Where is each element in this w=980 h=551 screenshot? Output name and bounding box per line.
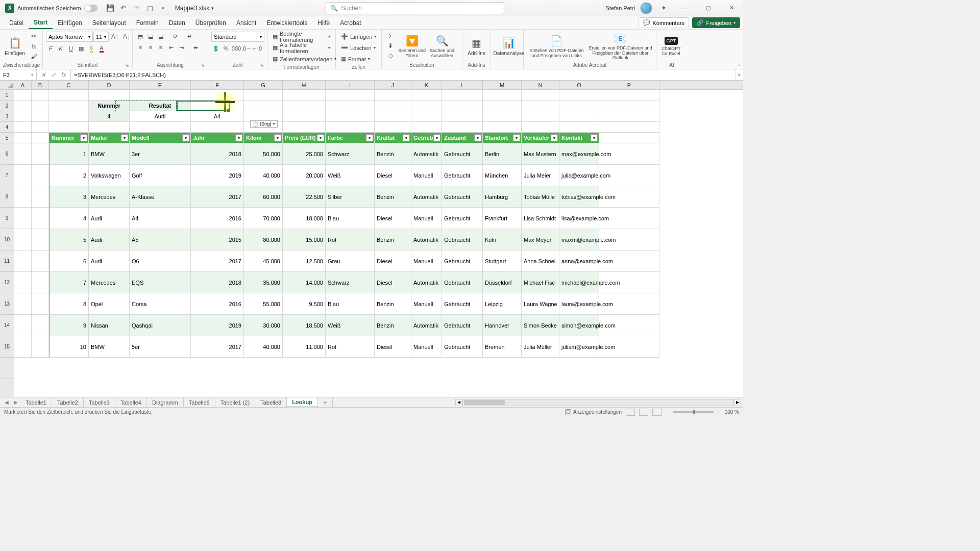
cell[interactable]: Diesel <box>375 165 411 186</box>
cell[interactable] <box>32 186 49 208</box>
formula-input[interactable]: =SVERWEIS(E3;D6:P21;2;FALSCH) <box>71 69 735 80</box>
col-header[interactable]: A <box>14 81 32 90</box>
cell[interactable]: Manuell <box>411 336 442 358</box>
increase-indent-icon[interactable]: ⇥ <box>177 43 186 52</box>
sort-filter-button[interactable]: 🔽Sortieren und Filtern <box>398 32 426 61</box>
cell[interactable] <box>32 293 49 315</box>
cell[interactable]: maxm@example.com <box>559 229 599 251</box>
cell[interactable]: Gebraucht <box>442 186 483 208</box>
cell[interactable]: 22.500 <box>283 186 326 208</box>
cell[interactable] <box>599 208 659 229</box>
cell[interactable] <box>49 122 89 133</box>
increase-font-icon[interactable]: A↑ <box>109 32 120 41</box>
cell[interactable] <box>483 101 522 111</box>
col-header[interactable]: M <box>483 81 522 90</box>
col-header[interactable]: G <box>244 81 283 90</box>
cell[interactable]: 70.000 <box>244 208 283 229</box>
cell[interactable]: 12.500 <box>283 251 326 272</box>
row-header[interactable]: 13 <box>0 293 14 315</box>
cell[interactable] <box>599 229 659 251</box>
cell[interactable] <box>14 133 32 143</box>
cell[interactable]: Volkswagen <box>89 165 130 186</box>
close-button[interactable]: ✕ <box>723 1 741 16</box>
cell[interactable]: Standort▾ <box>483 133 522 143</box>
cell[interactable]: Mercedes <box>89 272 130 293</box>
minimize-button[interactable]: — <box>676 1 694 16</box>
sheet-nav-next-icon[interactable]: ▶ <box>11 398 20 407</box>
cell[interactable]: Julia Müller <box>522 336 559 358</box>
cell[interactable]: Gebraucht <box>442 336 483 358</box>
cell[interactable]: Schwarz <box>326 272 375 293</box>
cell[interactable]: Q6 <box>130 251 191 272</box>
cell[interactable] <box>599 186 659 208</box>
row-header[interactable]: 8 <box>0 186 14 208</box>
cell[interactable]: Automatik <box>411 315 442 336</box>
filter-dropdown-icon[interactable]: ▾ <box>317 134 324 141</box>
row-header[interactable]: 2 <box>0 101 14 111</box>
cell[interactable] <box>483 90 522 101</box>
cell[interactable]: 18.000 <box>283 208 326 229</box>
sheet-tab[interactable]: Tabelle2 <box>52 397 84 408</box>
cell[interactable] <box>49 101 89 111</box>
cell[interactable]: Michael Fisc <box>522 272 559 293</box>
cell[interactable]: michael@example.com <box>559 272 599 293</box>
cell[interactable]: EQS <box>130 272 191 293</box>
cell[interactable]: Hannover <box>483 315 522 336</box>
cell[interactable]: Manuell <box>411 165 442 186</box>
cell[interactable]: Weiß <box>326 165 375 186</box>
cell[interactable]: Köln <box>483 229 522 251</box>
cell[interactable] <box>326 90 375 101</box>
cell[interactable]: 14.000 <box>283 272 326 293</box>
cell[interactable]: Golf <box>130 165 191 186</box>
cell[interactable]: 3 <box>49 186 89 208</box>
cell[interactable] <box>411 122 442 133</box>
filter-dropdown-icon[interactable]: ▾ <box>274 134 281 141</box>
select-all-corner[interactable] <box>0 81 14 90</box>
user-name[interactable]: Stefan Petri <box>605 5 634 11</box>
cell[interactable] <box>283 101 326 111</box>
cell[interactable] <box>244 101 283 111</box>
cell[interactable]: Corsa <box>130 293 191 315</box>
cell[interactable] <box>14 336 32 358</box>
cell[interactable] <box>599 122 659 133</box>
cell[interactable] <box>599 101 659 111</box>
cell[interactable] <box>14 315 32 336</box>
cell[interactable]: 25.000 <box>283 143 326 165</box>
sheet-tab[interactable]: Tabelle8 <box>255 397 287 408</box>
document-name[interactable]: Mappe3.xlsx▾ <box>175 5 214 12</box>
cell[interactable]: 15.000 <box>283 229 326 251</box>
cell[interactable] <box>130 122 191 133</box>
cell[interactable]: Automatik <box>411 186 442 208</box>
cell[interactable]: Diesel <box>375 208 411 229</box>
cell[interactable] <box>283 90 326 101</box>
cell[interactable] <box>599 293 659 315</box>
cell[interactable] <box>411 101 442 111</box>
cell[interactable] <box>326 122 375 133</box>
cell[interactable] <box>32 122 49 133</box>
autosum-icon[interactable]: Σ <box>385 32 396 41</box>
cell[interactable] <box>14 272 32 293</box>
autosave-toggle[interactable]: Automatisches Speichern <box>17 5 97 12</box>
cell[interactable]: Berlin <box>483 143 522 165</box>
filter-dropdown-icon[interactable]: ▾ <box>80 134 87 141</box>
align-middle-icon[interactable]: ⬓ <box>146 32 155 41</box>
filter-dropdown-icon[interactable]: ▾ <box>121 134 128 141</box>
cell[interactable] <box>191 122 244 133</box>
fill-color-icon[interactable]: ◊ <box>87 44 96 53</box>
cell[interactable]: Max Meyer <box>522 229 559 251</box>
sheet-tab[interactable]: Lookup <box>287 397 318 408</box>
cell[interactable]: Resultat <box>130 101 191 111</box>
menu-tab-daten[interactable]: Daten <box>164 16 190 29</box>
cell[interactable]: Audi <box>89 251 130 272</box>
cell[interactable] <box>14 208 32 229</box>
cell[interactable]: Diesel <box>375 251 411 272</box>
addins-button[interactable]: ▦Add-Ins <box>465 32 487 61</box>
cell[interactable]: Grau <box>326 251 375 272</box>
display-settings-button[interactable]: ▢Anzeigeeinstellungen <box>565 409 622 415</box>
cell[interactable] <box>32 143 49 165</box>
cell[interactable]: Manuell <box>411 251 442 272</box>
filter-dropdown-icon[interactable]: ▾ <box>591 134 598 141</box>
pdf-outlook-button[interactable]: 📧Erstellen von PDF-Dateien und Freigeben… <box>588 32 653 61</box>
col-header[interactable]: C <box>49 81 89 90</box>
cell[interactable] <box>32 272 49 293</box>
